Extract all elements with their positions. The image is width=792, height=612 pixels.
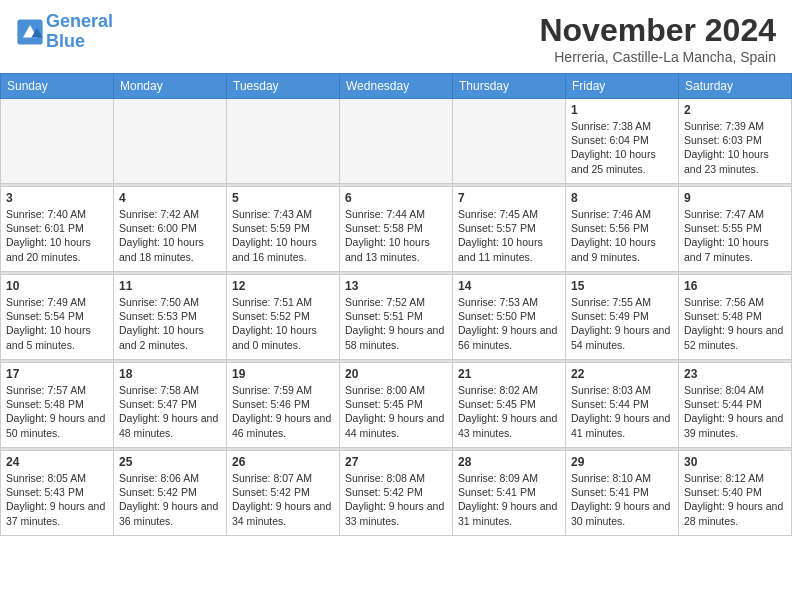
calendar-cell: 27Sunrise: 8:08 AM Sunset: 5:42 PM Dayli… (340, 451, 453, 536)
day-number: 26 (232, 455, 334, 469)
calendar-cell: 3Sunrise: 7:40 AM Sunset: 6:01 PM Daylig… (1, 187, 114, 272)
weekday-header-friday: Friday (566, 74, 679, 99)
day-info: Sunrise: 7:58 AM Sunset: 5:47 PM Dayligh… (119, 383, 221, 440)
day-info: Sunrise: 7:47 AM Sunset: 5:55 PM Dayligh… (684, 207, 786, 264)
calendar-cell: 1Sunrise: 7:38 AM Sunset: 6:04 PM Daylig… (566, 99, 679, 184)
day-info: Sunrise: 7:38 AM Sunset: 6:04 PM Dayligh… (571, 119, 673, 176)
day-number: 14 (458, 279, 560, 293)
calendar-cell: 23Sunrise: 8:04 AM Sunset: 5:44 PM Dayli… (679, 363, 792, 448)
day-info: Sunrise: 7:59 AM Sunset: 5:46 PM Dayligh… (232, 383, 334, 440)
calendar-cell: 14Sunrise: 7:53 AM Sunset: 5:50 PM Dayli… (453, 275, 566, 360)
day-number: 7 (458, 191, 560, 205)
weekday-header-tuesday: Tuesday (227, 74, 340, 99)
calendar-cell: 13Sunrise: 7:52 AM Sunset: 5:51 PM Dayli… (340, 275, 453, 360)
day-info: Sunrise: 7:57 AM Sunset: 5:48 PM Dayligh… (6, 383, 108, 440)
day-info: Sunrise: 7:45 AM Sunset: 5:57 PM Dayligh… (458, 207, 560, 264)
month-title: November 2024 (539, 12, 776, 49)
calendar-cell (453, 99, 566, 184)
logo: General Blue (16, 12, 113, 52)
week-row-2: 10Sunrise: 7:49 AM Sunset: 5:54 PM Dayli… (1, 275, 792, 360)
day-info: Sunrise: 8:04 AM Sunset: 5:44 PM Dayligh… (684, 383, 786, 440)
calendar-cell: 22Sunrise: 8:03 AM Sunset: 5:44 PM Dayli… (566, 363, 679, 448)
calendar-cell: 8Sunrise: 7:46 AM Sunset: 5:56 PM Daylig… (566, 187, 679, 272)
day-info: Sunrise: 7:42 AM Sunset: 6:00 PM Dayligh… (119, 207, 221, 264)
day-number: 15 (571, 279, 673, 293)
day-info: Sunrise: 7:53 AM Sunset: 5:50 PM Dayligh… (458, 295, 560, 352)
calendar-cell: 24Sunrise: 8:05 AM Sunset: 5:43 PM Dayli… (1, 451, 114, 536)
calendar-cell: 20Sunrise: 8:00 AM Sunset: 5:45 PM Dayli… (340, 363, 453, 448)
day-number: 30 (684, 455, 786, 469)
logo-text: General Blue (46, 12, 113, 52)
day-info: Sunrise: 8:07 AM Sunset: 5:42 PM Dayligh… (232, 471, 334, 528)
logo-line2: Blue (46, 31, 85, 51)
day-number: 2 (684, 103, 786, 117)
weekday-header-saturday: Saturday (679, 74, 792, 99)
day-info: Sunrise: 8:12 AM Sunset: 5:40 PM Dayligh… (684, 471, 786, 528)
day-info: Sunrise: 7:51 AM Sunset: 5:52 PM Dayligh… (232, 295, 334, 352)
calendar-cell: 29Sunrise: 8:10 AM Sunset: 5:41 PM Dayli… (566, 451, 679, 536)
calendar-cell: 17Sunrise: 7:57 AM Sunset: 5:48 PM Dayli… (1, 363, 114, 448)
day-number: 5 (232, 191, 334, 205)
calendar-cell (1, 99, 114, 184)
calendar-cell: 21Sunrise: 8:02 AM Sunset: 5:45 PM Dayli… (453, 363, 566, 448)
week-row-4: 24Sunrise: 8:05 AM Sunset: 5:43 PM Dayli… (1, 451, 792, 536)
week-row-1: 3Sunrise: 7:40 AM Sunset: 6:01 PM Daylig… (1, 187, 792, 272)
calendar-cell: 9Sunrise: 7:47 AM Sunset: 5:55 PM Daylig… (679, 187, 792, 272)
day-info: Sunrise: 8:10 AM Sunset: 5:41 PM Dayligh… (571, 471, 673, 528)
calendar-cell: 25Sunrise: 8:06 AM Sunset: 5:42 PM Dayli… (114, 451, 227, 536)
calendar-cell: 7Sunrise: 7:45 AM Sunset: 5:57 PM Daylig… (453, 187, 566, 272)
calendar-cell: 6Sunrise: 7:44 AM Sunset: 5:58 PM Daylig… (340, 187, 453, 272)
day-info: Sunrise: 8:03 AM Sunset: 5:44 PM Dayligh… (571, 383, 673, 440)
calendar-cell: 5Sunrise: 7:43 AM Sunset: 5:59 PM Daylig… (227, 187, 340, 272)
calendar-cell: 11Sunrise: 7:50 AM Sunset: 5:53 PM Dayli… (114, 275, 227, 360)
page-header: General Blue November 2024 Herreria, Cas… (0, 0, 792, 73)
day-info: Sunrise: 7:52 AM Sunset: 5:51 PM Dayligh… (345, 295, 447, 352)
title-block: November 2024 Herreria, Castille-La Manc… (539, 12, 776, 65)
day-number: 9 (684, 191, 786, 205)
day-number: 22 (571, 367, 673, 381)
calendar-cell: 12Sunrise: 7:51 AM Sunset: 5:52 PM Dayli… (227, 275, 340, 360)
day-number: 20 (345, 367, 447, 381)
day-number: 24 (6, 455, 108, 469)
day-number: 16 (684, 279, 786, 293)
location: Herreria, Castille-La Mancha, Spain (539, 49, 776, 65)
logo-line1: General (46, 11, 113, 31)
logo-icon (16, 18, 44, 46)
week-row-0: 1Sunrise: 7:38 AM Sunset: 6:04 PM Daylig… (1, 99, 792, 184)
day-number: 18 (119, 367, 221, 381)
day-number: 21 (458, 367, 560, 381)
calendar-cell: 26Sunrise: 8:07 AM Sunset: 5:42 PM Dayli… (227, 451, 340, 536)
day-number: 27 (345, 455, 447, 469)
day-info: Sunrise: 7:56 AM Sunset: 5:48 PM Dayligh… (684, 295, 786, 352)
day-number: 25 (119, 455, 221, 469)
calendar-cell (340, 99, 453, 184)
calendar-cell (114, 99, 227, 184)
day-number: 1 (571, 103, 673, 117)
day-info: Sunrise: 8:09 AM Sunset: 5:41 PM Dayligh… (458, 471, 560, 528)
weekday-header-sunday: Sunday (1, 74, 114, 99)
day-number: 11 (119, 279, 221, 293)
weekday-header-wednesday: Wednesday (340, 74, 453, 99)
day-number: 10 (6, 279, 108, 293)
day-info: Sunrise: 8:02 AM Sunset: 5:45 PM Dayligh… (458, 383, 560, 440)
day-info: Sunrise: 8:00 AM Sunset: 5:45 PM Dayligh… (345, 383, 447, 440)
calendar-cell: 18Sunrise: 7:58 AM Sunset: 5:47 PM Dayli… (114, 363, 227, 448)
calendar-cell: 28Sunrise: 8:09 AM Sunset: 5:41 PM Dayli… (453, 451, 566, 536)
day-info: Sunrise: 7:50 AM Sunset: 5:53 PM Dayligh… (119, 295, 221, 352)
day-info: Sunrise: 8:06 AM Sunset: 5:42 PM Dayligh… (119, 471, 221, 528)
day-number: 28 (458, 455, 560, 469)
day-number: 29 (571, 455, 673, 469)
day-number: 23 (684, 367, 786, 381)
day-number: 19 (232, 367, 334, 381)
calendar-cell: 30Sunrise: 8:12 AM Sunset: 5:40 PM Dayli… (679, 451, 792, 536)
calendar-cell (227, 99, 340, 184)
day-number: 17 (6, 367, 108, 381)
day-info: Sunrise: 7:44 AM Sunset: 5:58 PM Dayligh… (345, 207, 447, 264)
day-number: 3 (6, 191, 108, 205)
day-number: 6 (345, 191, 447, 205)
calendar-cell: 16Sunrise: 7:56 AM Sunset: 5:48 PM Dayli… (679, 275, 792, 360)
calendar-cell: 4Sunrise: 7:42 AM Sunset: 6:00 PM Daylig… (114, 187, 227, 272)
day-info: Sunrise: 8:05 AM Sunset: 5:43 PM Dayligh… (6, 471, 108, 528)
day-info: Sunrise: 7:43 AM Sunset: 5:59 PM Dayligh… (232, 207, 334, 264)
calendar-cell: 2Sunrise: 7:39 AM Sunset: 6:03 PM Daylig… (679, 99, 792, 184)
